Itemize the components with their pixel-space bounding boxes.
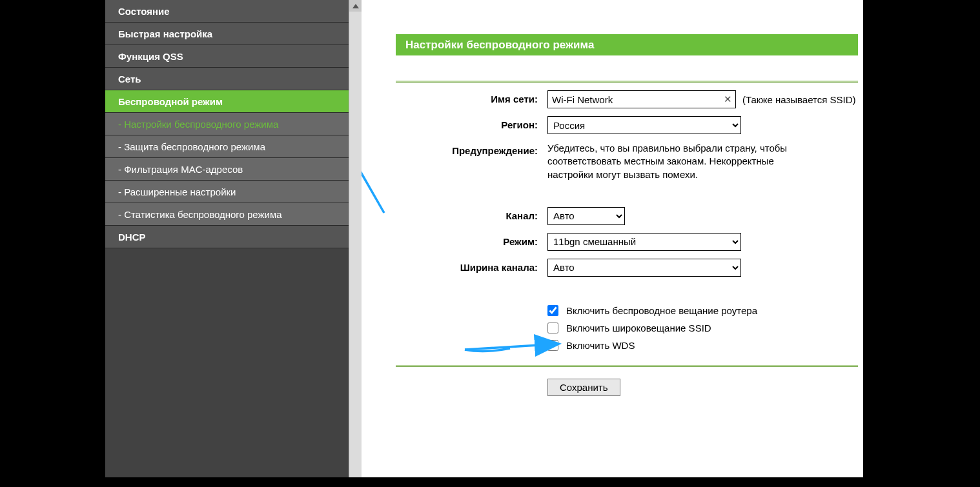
row-region: Регион: Россия <box>396 116 858 134</box>
row-ssid: Имя сети: ✕ (Также называется SSID) <box>396 90 858 108</box>
region-select[interactable]: Россия <box>547 116 741 134</box>
row-channel-width: Ширина канала: Авто <box>396 259 858 277</box>
row-mode: Режим: 11bgn смешанный <box>396 233 858 251</box>
label-enable-radio: Включить беспроводное вещание роутера <box>566 305 757 316</box>
wireless-settings-form: Имя сети: ✕ (Также называется SSID) Реги… <box>396 81 858 396</box>
svg-line-0 <box>362 142 384 213</box>
sidebar-item-quick-setup[interactable]: Быстрая настройка <box>105 23 349 45</box>
sidebar-item-dhcp[interactable]: DHCP <box>105 226 349 248</box>
sidebar: Состояние Быстрая настройка Функция QSS … <box>105 0 362 477</box>
ssid-input[interactable] <box>547 90 736 108</box>
label-channel: Канал: <box>396 207 547 221</box>
label-warning: Предупреждение: <box>396 142 547 156</box>
divider <box>396 365 858 367</box>
label-enable-wds: Включить WDS <box>566 340 635 351</box>
sidebar-item-qss[interactable]: Функция QSS <box>105 45 349 68</box>
mode-select[interactable]: 11bgn смешанный <box>547 233 741 251</box>
warning-text: Убедитесь, что вы правильно выбрали стра… <box>547 142 819 181</box>
row-enable-wds: Включить WDS <box>396 340 858 351</box>
sidebar-sub-advanced[interactable]: - Расширенные настройки <box>105 181 349 203</box>
content-area: Настройки беспроводного режима Имя сети:… <box>362 0 863 477</box>
label-ssid: Имя сети: <box>396 90 547 104</box>
row-warning: Предупреждение: Убедитесь, что вы правил… <box>396 142 858 181</box>
sidebar-sub-wireless-security[interactable]: - Защита беспроводного режима <box>105 135 349 158</box>
checkbox-enable-radio[interactable] <box>547 305 558 316</box>
clear-input-icon[interactable]: ✕ <box>724 94 732 105</box>
checkbox-enable-wds[interactable] <box>547 340 558 351</box>
row-enable-radio: Включить беспроводное вещание роутера <box>396 305 858 316</box>
scroll-up-button[interactable] <box>349 0 362 12</box>
sidebar-item-network[interactable]: Сеть <box>105 68 349 90</box>
sidebar-item-status[interactable]: Состояние <box>105 0 349 23</box>
nav-menu: Состояние Быстрая настройка Функция QSS … <box>105 0 349 477</box>
divider <box>396 81 858 83</box>
row-enable-ssid-broadcast: Включить широковещание SSID <box>396 323 858 333</box>
sidebar-scrollbar[interactable] <box>349 0 362 477</box>
save-button[interactable]: Сохранить <box>547 379 620 396</box>
row-channel: Канал: Авто <box>396 207 858 225</box>
channel-select[interactable]: Авто <box>547 207 625 225</box>
ssid-hint: (Также называется SSID) <box>742 94 856 105</box>
router-admin-window: Состояние Быстрая настройка Функция QSS … <box>105 0 863 477</box>
page-title: Настройки беспроводного режима <box>396 34 858 55</box>
channel-width-select[interactable]: Авто <box>547 259 741 277</box>
sidebar-item-wireless[interactable]: Беспроводной режим <box>105 90 349 113</box>
checkbox-enable-ssid-broadcast[interactable] <box>547 323 558 333</box>
label-enable-ssid-broadcast: Включить широковещание SSID <box>566 323 711 333</box>
label-region: Регион: <box>396 116 547 130</box>
label-mode: Режим: <box>396 233 547 247</box>
sidebar-sub-wireless-stats[interactable]: - Статистика беспроводного режима <box>105 203 349 226</box>
sidebar-sub-mac-filter[interactable]: - Фильтрация MAC-адресов <box>105 158 349 181</box>
sidebar-sub-wireless-settings[interactable]: - Настройки беспроводного режима <box>105 113 349 135</box>
label-channel-width: Ширина канала: <box>396 259 547 273</box>
